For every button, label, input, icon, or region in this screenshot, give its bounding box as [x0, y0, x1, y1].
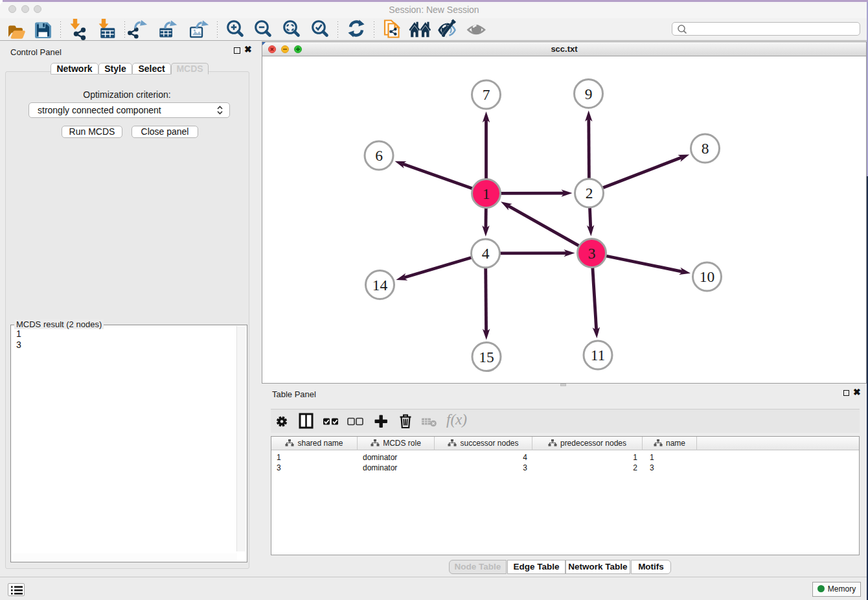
svg-text:4: 4 [482, 245, 490, 262]
svg-text:10: 10 [700, 268, 715, 285]
svg-text:9: 9 [585, 86, 593, 102]
svg-text:8: 8 [702, 140, 709, 157]
svg-text:11: 11 [591, 347, 606, 363]
svg-text:1: 1 [483, 185, 490, 202]
svg-text:6: 6 [375, 147, 383, 164]
svg-text:14: 14 [372, 277, 388, 294]
svg-text:7: 7 [483, 86, 490, 103]
svg-text:3: 3 [588, 245, 596, 262]
svg-text:15: 15 [479, 349, 494, 365]
svg-text:2: 2 [586, 185, 593, 202]
